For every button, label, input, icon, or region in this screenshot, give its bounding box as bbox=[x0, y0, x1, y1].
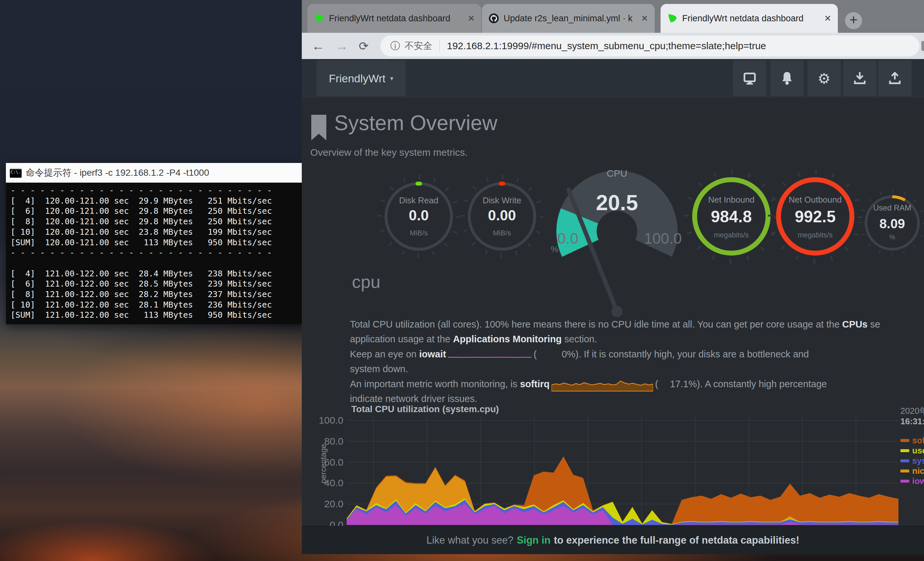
gauge-value: 0.0 bbox=[386, 207, 452, 224]
terminal-window[interactable]: C:\. 命令提示符 - iperf3 -c 192.168.1.2 -P4 -… bbox=[6, 163, 302, 324]
gauge-unit: % bbox=[551, 244, 558, 254]
desktop: C:\. 命令提示符 - iperf3 -c 192.168.1.2 -P4 -… bbox=[0, 0, 924, 561]
terminal-output: - - - - - - - - - - - - - - - - - - - - … bbox=[10, 185, 302, 320]
settings-button[interactable]: ⚙ bbox=[807, 60, 841, 96]
text: ). If it is constantly high, your disks … bbox=[575, 349, 808, 359]
legend-item-nice[interactable]: nice bbox=[900, 466, 924, 476]
ytick: 100.0 bbox=[310, 415, 344, 426]
back-button[interactable]: ← bbox=[312, 39, 325, 53]
text-bold-softirq: softirq bbox=[520, 379, 549, 389]
text: section. bbox=[562, 334, 597, 344]
chart-title: Total CPU utilization (system.cpu) bbox=[351, 404, 499, 414]
chart-timestamp-date: 2020年3 bbox=[900, 405, 924, 417]
softirq-percent: 17.1% bbox=[658, 376, 697, 391]
chart-timestamp-time: 16:31:2 bbox=[900, 417, 924, 427]
gauge-value: 0.00 bbox=[469, 207, 535, 224]
text-bold-cpus: CPUs bbox=[842, 319, 867, 329]
print-screen-button[interactable] bbox=[733, 60, 766, 96]
text-bold-iowait: iowait bbox=[419, 349, 446, 359]
text: application usage at the bbox=[350, 334, 453, 344]
page-subtitle: Overview of the key system metrics. bbox=[310, 147, 468, 158]
gauge-label: Net Inbound bbox=[692, 195, 771, 205]
upload-icon bbox=[887, 71, 902, 86]
text: se bbox=[868, 319, 880, 329]
gauge-label: CPU bbox=[584, 168, 650, 179]
chart-legend: softirq user system nice iowait bbox=[900, 435, 924, 486]
gauge-unit: % bbox=[860, 233, 924, 241]
legend-item-softirq[interactable]: softirq bbox=[900, 435, 924, 445]
tab-title: FriendlyWrt netdata dashboard bbox=[682, 14, 821, 24]
tab-github[interactable]: Update r2s_lean_minimal.yml · k ✕ bbox=[482, 4, 655, 33]
text: ( bbox=[533, 349, 537, 359]
paragraph-line: system down. bbox=[350, 361, 924, 376]
terminal-title: 命令提示符 - iperf3 -c 192.168.1.2 -P4 -t1000 bbox=[26, 167, 209, 179]
legend-label: system bbox=[912, 456, 924, 466]
text: An important metric worth monitoring, is bbox=[350, 379, 520, 389]
hostname-label: FriendlyWrt bbox=[328, 72, 386, 85]
hostname-dropdown[interactable]: FriendlyWrt ▾ bbox=[316, 60, 406, 96]
legend-label: iowait bbox=[912, 476, 924, 486]
reload-button[interactable]: ⟳ bbox=[359, 39, 369, 53]
gauge-value: 8.09 bbox=[860, 217, 924, 231]
tab-title: FriendlyWrt netdata dashboard bbox=[329, 14, 464, 24]
download-icon bbox=[852, 71, 867, 86]
text: ( bbox=[655, 379, 658, 389]
tab-netdata-2-active[interactable]: FriendlyWrt netdata dashboard ✕ bbox=[660, 4, 838, 33]
signin-link[interactable]: Sign in bbox=[517, 534, 550, 546]
legend-swatch bbox=[900, 469, 909, 472]
legend-item-user[interactable]: user bbox=[900, 445, 924, 456]
gauge-label: Disk Write bbox=[469, 196, 535, 206]
text: Total CPU utilization (all cores). 100% … bbox=[350, 319, 842, 329]
softirq-sparkline bbox=[552, 378, 653, 391]
section-heading-cpu: cpu bbox=[352, 271, 380, 292]
terminal-body[interactable]: - - - - - - - - - - - - - - - - - - - - … bbox=[6, 183, 302, 324]
close-icon[interactable]: ✕ bbox=[824, 14, 831, 24]
paragraph-line: application usage at the Applications Mo… bbox=[350, 331, 924, 347]
gauge-label: Net Outbound bbox=[776, 195, 855, 205]
tab-title: Update r2s_lean_minimal.yml · k bbox=[504, 14, 638, 24]
gauge-label: Used RAM bbox=[860, 203, 924, 212]
omnibox-divider bbox=[440, 40, 440, 52]
github-icon bbox=[489, 13, 499, 24]
site-info-icon[interactable]: ⓘ bbox=[390, 39, 400, 53]
extension-icon[interactable] bbox=[921, 41, 924, 51]
gauge-unit: megabits/s bbox=[692, 231, 771, 239]
signin-banner: Like what you see? Sign in to experience… bbox=[302, 526, 924, 554]
netdata-icon bbox=[314, 13, 324, 24]
paragraph-line: Total CPU utilization (all cores). 100% … bbox=[350, 317, 924, 332]
tab-strip: FriendlyWrt netdata dashboard ✕ Update r… bbox=[302, 0, 924, 33]
new-tab-button[interactable]: + bbox=[845, 12, 862, 29]
cmd-icon: C:\. bbox=[10, 168, 22, 178]
legend-label: nice bbox=[912, 466, 924, 476]
iowait-percent: 0% bbox=[537, 347, 575, 362]
alarms-button[interactable] bbox=[770, 60, 804, 96]
terminal-titlebar[interactable]: C:\. 命令提示符 - iperf3 -c 192.168.1.2 -P4 -… bbox=[6, 163, 302, 183]
legend-label: user bbox=[912, 445, 924, 456]
ytick: 20.0 bbox=[310, 499, 344, 509]
export-button[interactable] bbox=[878, 60, 912, 96]
close-icon[interactable]: ✕ bbox=[641, 14, 648, 24]
ytick: 60.0 bbox=[310, 457, 344, 468]
omnibox[interactable]: ⓘ 不安全 192.168.2.1:19999/#menu_system_sub… bbox=[380, 35, 920, 56]
url-text[interactable]: 192.168.2.1:19999/#menu_system_submenu_c… bbox=[447, 40, 766, 51]
monitor-icon bbox=[742, 71, 757, 86]
forward-button[interactable]: → bbox=[335, 39, 348, 53]
import-button[interactable] bbox=[843, 60, 876, 96]
browser-window: FriendlyWrt netdata dashboard ✕ Update r… bbox=[302, 0, 924, 554]
close-icon[interactable]: ✕ bbox=[468, 14, 475, 24]
gauge-value: 20.5 bbox=[576, 190, 658, 215]
text-bold-applications-monitoring: Applications Monitoring bbox=[453, 334, 562, 344]
text: Keep an eye on bbox=[350, 349, 419, 359]
legend-item-iowait[interactable]: iowait bbox=[900, 476, 924, 486]
gauge-unit: megabits/s bbox=[776, 231, 855, 239]
gauge-label: Disk Read bbox=[386, 196, 452, 206]
legend-swatch bbox=[900, 449, 909, 452]
cpu-utilization-chart[interactable] bbox=[346, 417, 898, 525]
ytick: 80.0 bbox=[310, 436, 344, 447]
tab-netdata-1[interactable]: FriendlyWrt netdata dashboard ✕ bbox=[308, 4, 482, 33]
legend-swatch bbox=[900, 459, 909, 462]
security-label[interactable]: 不安全 bbox=[405, 40, 432, 52]
legend-label: softirq bbox=[912, 435, 924, 445]
legend-item-system[interactable]: system bbox=[900, 456, 924, 466]
iowait-sparkline bbox=[448, 350, 531, 359]
